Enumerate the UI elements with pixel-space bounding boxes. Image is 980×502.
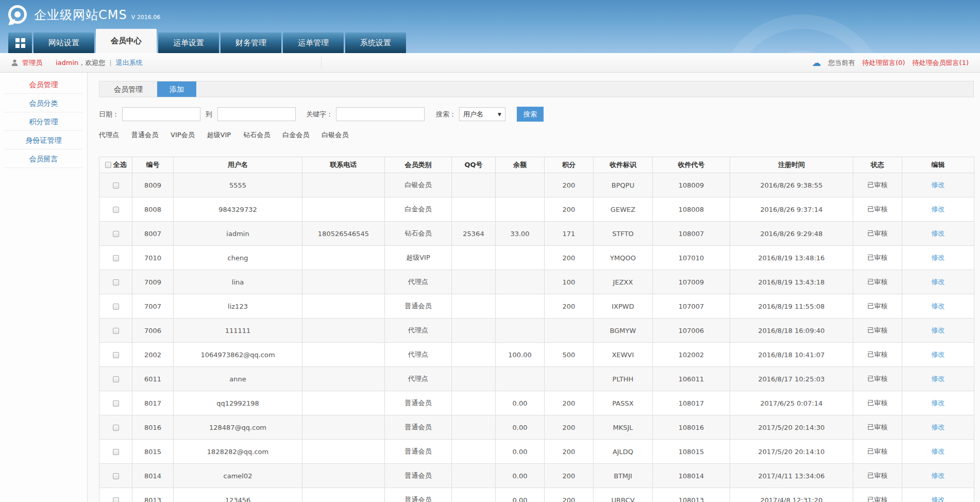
row-checkbox[interactable] [113,497,119,502]
date-from-input[interactable] [122,107,200,121]
date-to-input[interactable] [217,107,296,121]
main-content: 会员管理添加 日期： 到 关键字： 搜索： 用户名 ▼ 搜索 代理点普通会员VI… [88,73,980,502]
row-edit-cell: 修改 [902,440,974,464]
cell-receive_no: 108013 [653,488,730,502]
welcome-text: ，欢迎您 [78,58,105,68]
edit-link[interactable]: 修改 [932,326,945,334]
edit-link[interactable]: 修改 [932,399,945,407]
category-link-4[interactable]: 超级VIP [207,130,231,140]
cell-registered: 2016/8/26 9:37:14 [730,197,853,222]
edit-link[interactable]: 修改 [932,496,945,502]
column-header: 用户名 [174,157,302,173]
cell-phone [302,488,385,502]
filter-bar: 日期： 到 关键字： 搜索： 用户名 ▼ 搜索 [99,107,974,122]
cell-balance: 0.00 [496,391,545,415]
cell-id: 8008 [132,197,174,222]
row-select-cell [99,246,132,270]
category-link-1[interactable]: 代理点 [99,130,119,140]
notice-link-2[interactable]: 待处理会员留言(1) [913,58,969,68]
sidebar-item-1[interactable]: 会员管理 [4,75,83,94]
cell-status: 已审核 [853,391,902,415]
row-checkbox[interactable] [113,279,119,286]
cell-username: 128487@qq.com [174,415,302,440]
row-checkbox[interactable] [113,231,119,237]
cell-qq [452,391,496,415]
row-checkbox[interactable] [113,473,119,479]
edit-link[interactable]: 修改 [932,229,945,237]
row-checkbox[interactable] [113,182,119,189]
cell-balance: 0.00 [496,440,545,464]
cell-status: 已审核 [853,343,902,367]
edit-link[interactable]: 修改 [932,447,945,455]
cell-status: 已审核 [853,270,902,294]
app-version: V 2016.06 [131,14,161,21]
sidebar-item-5[interactable]: 会员留言 [4,149,83,168]
cell-status: 已审核 [853,440,902,464]
row-checkbox[interactable] [113,376,119,382]
row-checkbox[interactable] [113,400,119,407]
cell-type: 代理点 [385,343,452,367]
sidebar-item-3[interactable]: 积分管理 [4,112,83,131]
cell-balance [496,246,545,270]
nav-tab-6[interactable]: 系统设置 [345,32,406,53]
sidebar-item-2[interactable]: 会员分类 [4,94,83,112]
edit-link[interactable]: 修改 [932,350,945,358]
cell-status: 已审核 [853,319,902,343]
app-header: 企业级网站CMS V 2016.06 网站设置会员中心运单设置财务管理运单管理系… [0,0,980,53]
cell-registered: 2016/8/19 11:55:08 [730,294,853,319]
nav-tab-1[interactable]: 网站设置 [33,32,94,53]
edit-link[interactable]: 修改 [932,181,945,189]
category-link-5[interactable]: 钻石会员 [243,130,270,140]
sidebar-item-4[interactable]: 身份证管理 [4,131,83,149]
edit-link[interactable]: 修改 [932,205,945,213]
cell-type: 普通会员 [385,415,452,440]
nav-tab-2[interactable]: 会员中心 [96,29,157,53]
cell-status: 已审核 [853,415,902,440]
cell-points: 200 [545,197,594,222]
edit-link[interactable]: 修改 [932,254,945,261]
cell-code: XEWVI [594,343,653,367]
edit-link[interactable]: 修改 [932,278,945,286]
row-checkbox[interactable] [113,328,119,334]
row-checkbox[interactable] [113,207,119,213]
cell-receive_no: 107007 [653,294,730,319]
cell-type: 钻石会员 [385,222,452,246]
select-all-checkbox[interactable] [105,162,111,168]
search-type-select[interactable]: 用户名 ▼ [459,107,505,121]
keyword-input[interactable] [336,107,425,121]
row-checkbox[interactable] [113,449,119,455]
category-link-7[interactable]: 白银会员 [322,130,348,140]
nav-tab-5[interactable]: 运单管理 [283,32,344,53]
content-tab-1[interactable]: 会员管理 [99,81,157,97]
nav-tab-3[interactable]: 运单设置 [158,32,219,53]
edit-link[interactable]: 修改 [932,302,945,310]
column-header: 积分 [545,157,594,173]
row-checkbox[interactable] [113,352,119,358]
category-link-2[interactable]: 普通会员 [131,130,158,140]
row-checkbox[interactable] [113,425,119,431]
cell-balance: 0.00 [496,464,545,488]
cell-code: BGMYW [594,319,653,343]
cell-phone [302,464,385,488]
category-link-3[interactable]: VIP会员 [171,130,195,140]
member-table: 全选 编号用户名联系电话会员类别QQ号余额积分收件标识收件代号注册时间状态编辑 … [99,157,974,502]
row-edit-cell: 修改 [902,391,974,415]
notice-link-1[interactable]: 待处理留言(0) [862,58,905,68]
cell-registered: 2017/4/8 12:31:20 [730,488,853,502]
content-tab-2[interactable]: 添加 [157,81,196,97]
cell-id: 2002 [132,343,174,367]
row-checkbox[interactable] [113,255,119,261]
edit-link[interactable]: 修改 [932,472,945,479]
cell-qq: 25364 [452,222,496,246]
category-link-6[interactable]: 白金会员 [282,130,309,140]
cell-phone [302,197,385,222]
logout-link[interactable]: 退出系统 [116,58,143,68]
row-checkbox[interactable] [113,304,119,310]
edit-link[interactable]: 修改 [932,423,945,431]
search-button[interactable]: 搜索 [517,107,544,122]
edit-link[interactable]: 修改 [932,375,945,382]
nav-tab-4[interactable]: 财务管理 [221,32,281,53]
nav-home-button[interactable] [8,32,32,53]
person-icon [11,59,18,66]
cell-code: JEZXX [594,270,653,294]
